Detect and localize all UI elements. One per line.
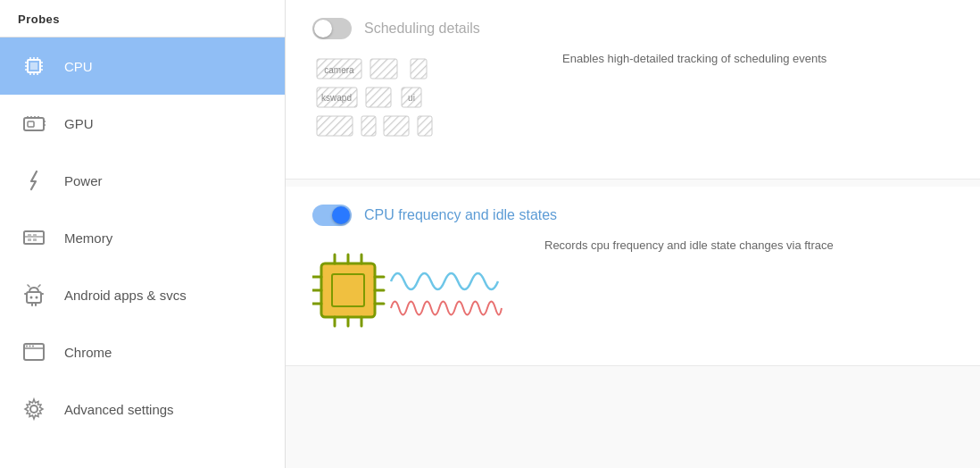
svg-rect-24 xyxy=(28,234,31,237)
sidebar-item-memory[interactable]: Memory xyxy=(0,209,285,266)
gpu-icon xyxy=(18,107,50,139)
svg-rect-15 xyxy=(28,121,34,127)
scheduling-toggle[interactable] xyxy=(312,18,352,39)
frequency-illustration xyxy=(312,237,509,344)
svg-rect-45 xyxy=(370,59,397,79)
sidebar-item-label-gpu: GPU xyxy=(64,116,94,131)
scheduling-header: Scheduling details xyxy=(312,18,953,39)
svg-point-39 xyxy=(26,346,28,347)
scheduling-description: Enables high-detailed tracking of schedu… xyxy=(562,50,953,68)
cpu-freq-header: CPU frequency and idle states xyxy=(312,205,953,226)
cpu-icon xyxy=(18,50,50,82)
cpu-freq-description: Records cpu frequency and idle state cha… xyxy=(544,237,953,255)
svg-line-33 xyxy=(28,285,29,287)
scheduling-toggle-knob xyxy=(314,20,332,38)
svg-rect-53 xyxy=(361,116,376,136)
sidebar-item-label-power: Power xyxy=(64,173,103,188)
sidebar-item-label-android: Android apps & svcs xyxy=(64,288,187,303)
svg-point-40 xyxy=(29,346,31,347)
svg-rect-27 xyxy=(33,238,37,241)
scheduling-section: Scheduling details camera kswapd ui xyxy=(286,0,980,180)
svg-text:ui: ui xyxy=(408,93,415,103)
sidebar-item-power[interactable]: Power xyxy=(0,152,285,209)
cpu-freq-body: Records cpu frequency and idle state cha… xyxy=(312,237,953,344)
android-icon xyxy=(18,279,50,311)
svg-rect-55 xyxy=(418,116,432,136)
svg-point-29 xyxy=(30,297,33,299)
svg-rect-1 xyxy=(30,63,37,70)
cpu-freq-toggle[interactable] xyxy=(312,205,352,226)
sidebar-item-label-advanced: Advanced settings xyxy=(64,402,174,417)
svg-rect-57 xyxy=(321,263,375,317)
settings-icon xyxy=(18,393,50,425)
svg-text:kswapd: kswapd xyxy=(321,93,352,103)
sidebar-item-advanced[interactable]: Advanced settings xyxy=(0,380,285,438)
sidebar-item-gpu[interactable]: GPU xyxy=(0,95,285,152)
cpu-freq-section: CPU frequency and idle states xyxy=(286,187,980,366)
svg-point-30 xyxy=(36,297,38,299)
main-content: Scheduling details camera kswapd ui xyxy=(286,0,980,468)
svg-rect-26 xyxy=(28,238,31,241)
svg-point-41 xyxy=(32,346,34,347)
scheduling-title: Scheduling details xyxy=(364,21,480,37)
svg-rect-25 xyxy=(33,234,37,237)
svg-rect-22 xyxy=(24,231,44,244)
cpu-freq-title: CPU frequency and idle states xyxy=(364,207,557,223)
svg-rect-28 xyxy=(27,292,41,303)
sidebar-item-label-cpu: CPU xyxy=(64,59,93,74)
svg-rect-49 xyxy=(366,88,391,107)
power-icon xyxy=(18,164,50,196)
scheduling-body: camera kswapd ui xyxy=(312,50,953,157)
sidebar-item-android[interactable]: Android apps & svcs xyxy=(0,266,285,323)
cpu-freq-toggle-knob xyxy=(332,206,350,224)
sidebar-title: Probes xyxy=(0,0,285,38)
svg-line-34 xyxy=(38,285,40,287)
sidebar-item-label-memory: Memory xyxy=(64,230,112,246)
sidebar-item-chrome[interactable]: Chrome xyxy=(0,323,285,380)
svg-rect-52 xyxy=(317,116,353,136)
memory-icon xyxy=(18,221,50,254)
sidebar: Probes CPU xyxy=(0,0,286,468)
sidebar-item-cpu[interactable]: CPU xyxy=(0,38,285,95)
sidebar-item-label-chrome: Chrome xyxy=(64,345,112,360)
svg-rect-46 xyxy=(411,59,427,79)
scheduling-illustration: camera kswapd ui xyxy=(312,50,527,157)
chrome-icon xyxy=(18,336,50,368)
svg-rect-54 xyxy=(384,116,409,136)
svg-point-42 xyxy=(30,405,37,413)
svg-text:camera: camera xyxy=(324,65,354,75)
